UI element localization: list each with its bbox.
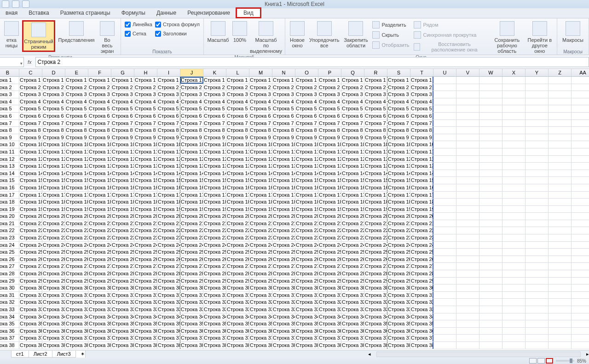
cell[interactable] xyxy=(572,249,589,256)
cell[interactable]: Строка 15 xyxy=(226,177,249,184)
cell[interactable]: Строка 10 xyxy=(387,141,410,148)
cell[interactable]: Строка 24 xyxy=(111,242,134,249)
cell[interactable]: Строка 19 xyxy=(249,206,272,213)
cell[interactable]: Строка 35 xyxy=(387,320,410,327)
cell[interactable]: Строка 7 xyxy=(226,120,249,127)
cell[interactable]: рока 12 xyxy=(0,156,19,163)
cell[interactable]: Строка 7 xyxy=(410,120,433,127)
cell[interactable]: Строка 6 xyxy=(42,113,65,119)
cell[interactable] xyxy=(479,98,502,105)
cell[interactable]: Строка 19 xyxy=(180,206,203,213)
cell[interactable] xyxy=(549,220,572,227)
cell[interactable]: Строка 36 xyxy=(88,328,111,335)
cell[interactable]: Строка 4 xyxy=(42,98,65,105)
cell[interactable]: Строка 34 xyxy=(88,313,111,320)
cell[interactable] xyxy=(572,335,589,341)
cell[interactable]: Строка 20 xyxy=(341,213,364,220)
headings-checkbox[interactable]: Заголовки xyxy=(155,29,200,38)
cell[interactable]: Строка 28 xyxy=(272,270,295,277)
cell[interactable]: Строка 21 xyxy=(341,220,364,227)
cell[interactable]: Строка 18 xyxy=(226,199,249,205)
cell[interactable]: Строка 34 xyxy=(226,313,249,320)
cell[interactable]: Строка 25 xyxy=(134,249,157,256)
cell[interactable]: Строка 9 xyxy=(272,134,295,141)
cell[interactable]: рока 20 xyxy=(0,213,19,220)
cell[interactable]: Строка 12 xyxy=(19,156,42,163)
cell[interactable] xyxy=(479,177,502,184)
cell[interactable] xyxy=(572,98,589,105)
cell[interactable] xyxy=(479,292,502,299)
cell[interactable]: Строка 14 xyxy=(157,170,180,177)
cell[interactable]: Строка 32 xyxy=(203,299,226,306)
cell[interactable]: Строка 31 xyxy=(226,292,249,299)
cell[interactable] xyxy=(525,213,549,220)
cell[interactable] xyxy=(525,242,549,249)
cell[interactable]: Строка 3 xyxy=(134,91,157,98)
cell[interactable]: Строка 35 xyxy=(341,320,364,327)
cell[interactable]: Строка 32 xyxy=(272,299,295,306)
cell[interactable]: Строка 26 xyxy=(19,256,42,263)
cell[interactable] xyxy=(479,299,502,306)
cell[interactable]: Строка 30 xyxy=(111,284,134,291)
cell[interactable] xyxy=(572,284,589,291)
cell[interactable]: Строка 10 xyxy=(180,141,203,148)
cell[interactable] xyxy=(502,284,525,291)
cell[interactable]: Строка 30 xyxy=(364,284,387,291)
cell[interactable]: Строка 36 xyxy=(295,328,318,335)
cell[interactable] xyxy=(525,313,549,320)
cell[interactable]: рока 4 xyxy=(0,98,19,105)
cell[interactable]: Строка 7 xyxy=(88,120,111,127)
cell[interactable] xyxy=(456,270,479,277)
cell[interactable]: Строка 27 xyxy=(19,263,42,270)
cell[interactable] xyxy=(479,342,502,349)
cell[interactable]: Строка 5 xyxy=(203,105,226,112)
cell[interactable]: Строка 20 xyxy=(249,213,272,220)
cell[interactable]: Строка 38 xyxy=(249,342,272,349)
cell[interactable]: Строка 20 xyxy=(203,213,226,220)
cell[interactable]: Строка 36 xyxy=(364,328,387,335)
cell[interactable] xyxy=(433,270,456,277)
cell[interactable]: Строка 18 xyxy=(88,199,111,205)
cell[interactable]: Строка 20 xyxy=(65,213,88,220)
cell[interactable]: Строка 2 xyxy=(88,84,111,91)
cell[interactable]: Строка 34 xyxy=(111,313,134,320)
cell[interactable]: Строка 13 xyxy=(364,163,387,170)
cell[interactable]: Строка 2 xyxy=(134,84,157,91)
cell[interactable]: Строка 38 xyxy=(226,342,249,349)
cell[interactable]: Строка 36 xyxy=(180,328,203,335)
cell[interactable] xyxy=(479,156,502,163)
cell[interactable] xyxy=(502,141,525,148)
cell[interactable]: Строка 11 xyxy=(272,148,295,155)
cell[interactable]: Строка 3 xyxy=(272,91,295,98)
cell[interactable] xyxy=(456,127,479,134)
cell[interactable]: Строка 32 xyxy=(134,299,157,306)
cell[interactable]: Строка 17 xyxy=(65,192,88,199)
cell[interactable]: Строка 10 xyxy=(19,141,42,148)
cell[interactable]: рока 37 xyxy=(0,335,19,341)
cell[interactable]: рока 31 xyxy=(0,292,19,299)
cell[interactable]: Строка 6 xyxy=(134,113,157,119)
cell[interactable] xyxy=(433,206,456,213)
cell[interactable] xyxy=(479,234,502,241)
cell[interactable]: Строка 31 xyxy=(318,292,341,299)
cell[interactable]: Строка 28 xyxy=(295,270,318,277)
cell[interactable]: Строка 28 xyxy=(157,270,180,277)
cell[interactable]: Строка 5 xyxy=(387,105,410,112)
cell[interactable]: Строка 37 xyxy=(364,335,387,341)
formula-bar-checkbox[interactable]: Строка формул xyxy=(155,20,200,28)
cell[interactable]: Строка 8 xyxy=(249,127,272,134)
cell[interactable]: Строка 26 xyxy=(318,256,341,263)
cell[interactable] xyxy=(549,306,572,313)
cell[interactable] xyxy=(525,306,549,313)
cell[interactable] xyxy=(502,278,525,284)
cell[interactable]: Строка 29 xyxy=(19,278,42,284)
cell[interactable]: Строка 29 xyxy=(272,278,295,284)
cell[interactable]: Строка 2 xyxy=(387,84,410,91)
cell[interactable]: Строка 38 xyxy=(180,342,203,349)
cell[interactable] xyxy=(549,199,572,205)
cell[interactable] xyxy=(525,192,549,199)
cell[interactable]: Строка 9 xyxy=(249,134,272,141)
cell[interactable] xyxy=(502,263,525,270)
cell[interactable] xyxy=(433,299,456,306)
cell[interactable] xyxy=(572,242,589,249)
